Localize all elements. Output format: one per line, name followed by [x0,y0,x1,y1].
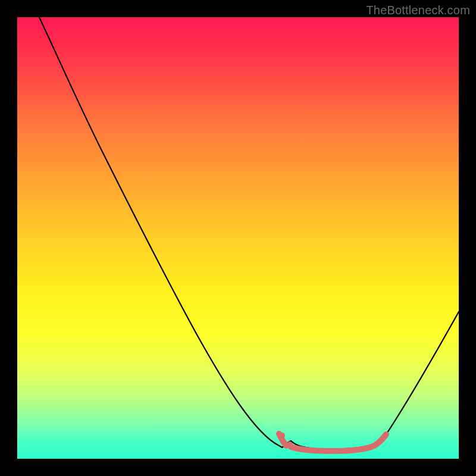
bottleneck-curve-path [39,17,459,449]
highlight-dot-2 [287,441,293,447]
chart-area [17,17,459,459]
highlight-segment-path [279,434,386,451]
watermark-text: TheBottleneck.com [366,4,470,17]
bottleneck-curve-svg [17,17,459,459]
highlight-dot-1 [279,433,285,439]
